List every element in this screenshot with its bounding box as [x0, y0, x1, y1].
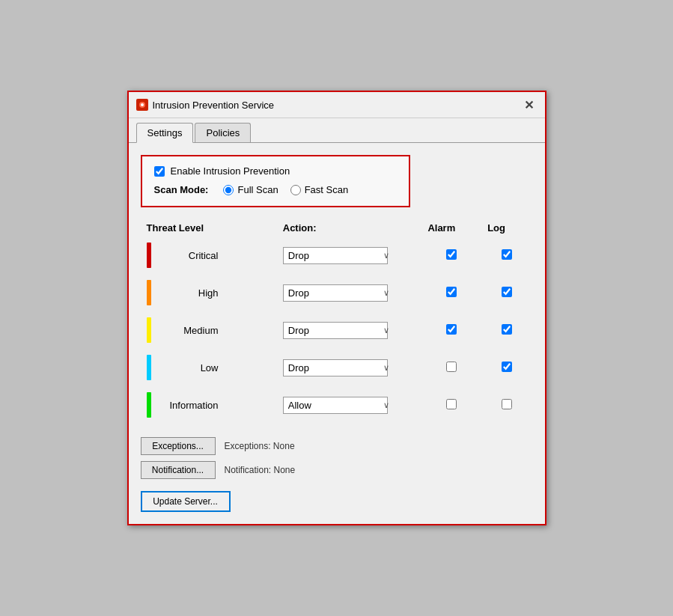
alarm-cell [421, 274, 481, 311]
enable-checkbox[interactable] [154, 166, 165, 177]
threat-cell: High [141, 274, 277, 311]
action-cell: DropAllowReset [277, 349, 422, 386]
enable-label: Enable Intrusion Prevention [171, 165, 290, 177]
log-cell [481, 386, 532, 424]
threat-cell: Medium [141, 311, 277, 349]
notification-row: Notification... Notification: None [141, 461, 533, 479]
threat-color-bar [147, 392, 151, 418]
log-cell [481, 311, 532, 349]
threat-level-label: Information [159, 400, 219, 411]
log-checkbox[interactable] [502, 362, 512, 372]
exceptions-info: Exceptions: None [225, 441, 295, 451]
update-server-row: Update Server... [141, 491, 533, 512]
threat-table: Threat Level Action: Alarm Log CriticalD… [141, 219, 533, 424]
action-cell: DropAllowReset [277, 386, 422, 424]
tab-policies[interactable]: Policies [195, 123, 251, 142]
app-icon [136, 99, 148, 111]
threat-color-bar [147, 355, 151, 380]
threat-level-label: Medium [159, 325, 219, 336]
action-select[interactable]: DropAllowReset [283, 397, 388, 414]
notification-button[interactable]: Notification... [141, 461, 216, 479]
log-checkbox[interactable] [502, 399, 512, 409]
scan-mode-row: Scan Mode: Full Scan Fast Scan [154, 184, 397, 195]
enable-row: Enable Intrusion Prevention [154, 165, 397, 177]
tab-bar: Settings Policies [129, 118, 545, 143]
alarm-cell [421, 237, 481, 274]
tab-settings[interactable]: Settings [136, 123, 194, 143]
threat-level-label: Critical [159, 250, 219, 261]
alarm-checkbox[interactable] [446, 287, 457, 297]
title-bar-left: Intrusion Prevention Service [136, 99, 275, 111]
threat-cell: Low [141, 349, 277, 386]
table-row: MediumDropAllowReset [141, 311, 533, 349]
enable-section: Enable Intrusion Prevention Scan Mode: F… [141, 155, 410, 207]
threat-color-bar [147, 280, 151, 305]
log-checkbox[interactable] [502, 324, 512, 335]
settings-content: Enable Intrusion Prevention Scan Mode: F… [129, 143, 545, 524]
threat-cell: Critical [141, 237, 277, 274]
table-row: InformationDropAllowReset [141, 386, 533, 424]
alarm-checkbox[interactable] [446, 399, 457, 409]
radio-group: Full Scan Fast Scan [223, 184, 348, 195]
threat-color-bar [147, 243, 151, 268]
radio-full-scan-input[interactable] [223, 185, 234, 195]
log-cell [481, 274, 532, 311]
buttons-section: Exceptions... Exceptions: None Notificat… [141, 437, 533, 479]
radio-fast-scan-label: Fast Scan [305, 184, 349, 195]
log-cell [481, 237, 532, 274]
threat-level-label: Low [159, 362, 219, 373]
update-server-button[interactable]: Update Server... [141, 491, 231, 512]
radio-full-scan-label: Full Scan [237, 184, 278, 195]
col-header-threat: Threat Level [141, 219, 277, 237]
log-cell [481, 349, 532, 386]
window-title: Intrusion Prevention Service [153, 100, 275, 111]
scan-mode-label: Scan Mode: [154, 184, 209, 195]
title-bar: Intrusion Prevention Service ✕ [129, 92, 545, 118]
action-cell: DropAllowReset [277, 311, 422, 349]
main-window: Intrusion Prevention Service ✕ Settings … [127, 91, 546, 525]
log-checkbox[interactable] [502, 287, 512, 297]
radio-fast-scan: Fast Scan [290, 184, 349, 195]
table-row: LowDropAllowReset [141, 349, 533, 386]
action-select[interactable]: DropAllowReset [283, 284, 388, 302]
exceptions-row: Exceptions... Exceptions: None [141, 437, 533, 455]
notification-info: Notification: None [225, 465, 296, 475]
svg-point-2 [141, 103, 144, 106]
radio-full-scan: Full Scan [223, 184, 278, 195]
alarm-cell [421, 311, 481, 349]
close-button[interactable]: ✕ [521, 97, 538, 113]
col-header-alarm: Alarm [421, 219, 481, 237]
alarm-cell [421, 386, 481, 424]
threat-cell: Information [141, 386, 277, 424]
col-header-action: Action: [277, 219, 422, 237]
action-cell: DropAllowReset [277, 274, 422, 311]
table-row: HighDropAllowReset [141, 274, 533, 311]
radio-fast-scan-input[interactable] [290, 185, 301, 195]
action-select[interactable]: DropAllowReset [283, 359, 388, 376]
alarm-checkbox[interactable] [446, 362, 457, 372]
table-row: CriticalDropAllowReset [141, 237, 533, 274]
exceptions-button[interactable]: Exceptions... [141, 437, 216, 455]
alarm-checkbox[interactable] [446, 249, 457, 260]
alarm-checkbox[interactable] [446, 324, 457, 335]
action-cell: DropAllowReset [277, 237, 422, 274]
col-header-log: Log [481, 219, 532, 237]
log-checkbox[interactable] [502, 249, 512, 260]
action-select[interactable]: DropAllowReset [283, 322, 388, 339]
threat-level-label: High [159, 287, 219, 299]
alarm-cell [421, 349, 481, 386]
threat-color-bar [147, 317, 151, 343]
action-select[interactable]: DropAllowReset [283, 247, 388, 264]
